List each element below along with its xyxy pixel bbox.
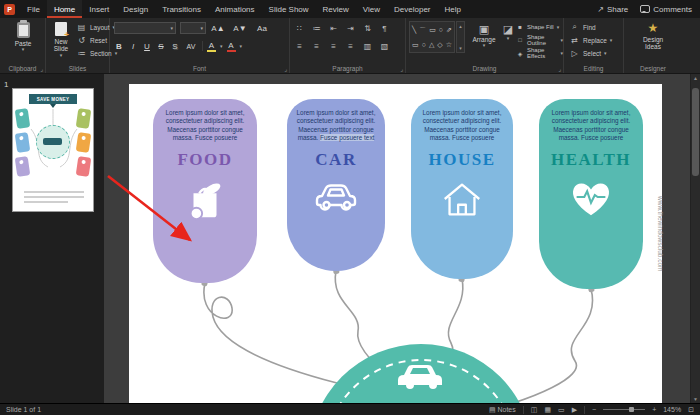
- clipboard-dialog-launcher[interactable]: ⌟: [40, 65, 43, 72]
- zoom-out-button[interactable]: −: [592, 406, 596, 413]
- scrollbar-thumb[interactable]: [692, 88, 699, 176]
- drawing-dialog-launcher[interactable]: ⌟: [558, 65, 561, 72]
- text-shadow-button[interactable]: S: [170, 42, 180, 51]
- slide-sorter-view-button[interactable]: ▦: [544, 406, 551, 414]
- italic-button[interactable]: I: [128, 42, 138, 51]
- tab-help[interactable]: Help: [438, 0, 468, 18]
- tab-transitions[interactable]: Transitions: [155, 0, 208, 18]
- comments-icon: [640, 5, 650, 13]
- font-name-combo[interactable]: ▾: [114, 22, 176, 34]
- grow-font-button[interactable]: A▲: [210, 24, 226, 33]
- slide-indicator[interactable]: Slide 1 of 1: [6, 406, 41, 413]
- zoom-slider[interactable]: [603, 409, 645, 410]
- tab-design[interactable]: Design: [116, 0, 155, 18]
- select-button[interactable]: ▷ Select▾: [569, 47, 607, 59]
- tab-animations[interactable]: Animations: [208, 0, 262, 18]
- shape-gallery[interactable]: ╲ ⌒ ▭ ○ ⇗ ▭ ○ △ ◇ ☆: [409, 21, 455, 53]
- smartart-icon[interactable]: ▧: [379, 42, 390, 51]
- comments-button[interactable]: Comments: [640, 5, 692, 14]
- shape-effects-button[interactable]: ◈ Shape Effects▾: [516, 47, 563, 59]
- shape-rectangle-icon[interactable]: ▭: [412, 41, 419, 49]
- fit-slide-button[interactable]: ⊡: [688, 406, 694, 414]
- shape-arc-icon[interactable]: ⌒: [419, 26, 426, 36]
- paragraph-dialog-launcher[interactable]: ⌟: [400, 65, 403, 72]
- share-button[interactable]: ↗ Share: [597, 5, 628, 14]
- font-dialog-launcher[interactable]: ⌟: [284, 65, 287, 72]
- shape-line-icon[interactable]: ╲: [412, 26, 416, 36]
- zoom-in-button[interactable]: +: [652, 406, 656, 413]
- tag-health[interactable]: Lorem ipsum dolor sit amet, consectetuer…: [539, 99, 643, 289]
- group-slides: New Slide▾ ▤ Layout▾ ↺ Reset ≔ Section▾ …: [46, 18, 110, 73]
- design-ideas-button[interactable]: ★ Design Ideas: [633, 22, 673, 51]
- shape-circle-icon[interactable]: ○: [422, 41, 426, 49]
- shrink-font-button[interactable]: A▼: [232, 24, 248, 33]
- reset-button[interactable]: ↺ Reset: [76, 34, 107, 46]
- tab-slideshow[interactable]: Slide Show: [262, 0, 316, 18]
- zoom-level[interactable]: 145%: [663, 406, 681, 413]
- new-slide-button[interactable]: New Slide▾: [47, 22, 75, 59]
- change-case-button[interactable]: Aa: [254, 24, 270, 33]
- tab-strip: P File Home Insert Design Transitions An…: [0, 0, 700, 18]
- thumbnail-tag-purple: [15, 156, 31, 177]
- columns-icon[interactable]: ▥: [362, 42, 373, 51]
- slide-1-thumbnail[interactable]: SAVE MONEY: [12, 88, 94, 212]
- shape-gallery-scroll[interactable]: ▴▾: [456, 21, 465, 53]
- paragraph-marks-icon[interactable]: ¶: [379, 24, 390, 33]
- section-icon: ≔: [76, 49, 87, 58]
- vertical-scrollbar[interactable]: ▲ ▼: [690, 74, 700, 403]
- font-size-combo[interactable]: ▾: [180, 22, 206, 34]
- decrease-indent-icon[interactable]: ⇤: [328, 24, 339, 33]
- replace-icon: ⇄: [569, 36, 580, 45]
- numbering-icon[interactable]: ≔: [311, 24, 322, 33]
- increase-indent-icon[interactable]: ⇥: [345, 24, 356, 33]
- arrange-icon: ▣: [479, 23, 490, 36]
- normal-view-button[interactable]: ◫: [531, 406, 538, 414]
- shape-arrow-icon[interactable]: ⇗: [446, 26, 452, 36]
- tag-food[interactable]: Lorem ipsum dolor sit amet, consectetuer…: [153, 99, 257, 283]
- find-button[interactable]: ⌕ Find: [569, 21, 596, 33]
- slide-canvas[interactable]: Lorem ipsum dolor sit amet, consectetuer…: [129, 84, 662, 403]
- notes-button[interactable]: ▤ Notes: [489, 406, 516, 414]
- line-spacing-icon[interactable]: ⇅: [362, 24, 373, 33]
- shape-outline-button[interactable]: □ Shape Outline▾: [516, 34, 563, 46]
- shape-star-icon[interactable]: ☆: [446, 41, 452, 49]
- align-center-icon[interactable]: ≡: [311, 42, 322, 51]
- paste-button[interactable]: Paste▾: [8, 22, 38, 53]
- shape-oval-icon[interactable]: ○: [439, 26, 443, 36]
- shopping-bag-icon: [182, 177, 228, 227]
- bold-button[interactable]: B: [114, 42, 124, 51]
- thumbnail-tag-coral: [76, 156, 92, 177]
- justify-icon[interactable]: ≡: [345, 42, 356, 51]
- select-icon: ▷: [569, 49, 580, 58]
- highlight-color-button[interactable]: A: [207, 41, 216, 52]
- underline-button[interactable]: U: [142, 42, 152, 51]
- tab-home[interactable]: Home: [47, 0, 82, 18]
- quick-styles-button[interactable]: ◪ ▾: [501, 23, 515, 41]
- slideshow-button[interactable]: ▶: [572, 406, 577, 414]
- tab-view[interactable]: View: [356, 0, 387, 18]
- align-right-icon[interactable]: ≡: [328, 42, 339, 51]
- tag-house-body: Lorem ipsum dolor sit amet, consectetuer…: [411, 109, 513, 143]
- tag-house[interactable]: Lorem ipsum dolor sit amet, consectetuer…: [411, 99, 513, 279]
- savings-circle: [309, 344, 533, 403]
- tag-car[interactable]: Lorem ipsum dolor sit amet, consectetuer…: [287, 99, 385, 271]
- font-color-button[interactable]: A: [227, 41, 236, 52]
- arrange-button[interactable]: ▣ Arrange▾: [468, 23, 500, 49]
- shape-fill-button[interactable]: ■ Shape Fill▾: [516, 21, 559, 33]
- reading-view-button[interactable]: ▭: [558, 406, 565, 414]
- shape-rect-icon[interactable]: ▭: [429, 26, 436, 36]
- bullets-icon[interactable]: ∷: [294, 24, 305, 33]
- shape-triangle-icon[interactable]: △: [429, 41, 434, 49]
- tab-file[interactable]: File: [20, 0, 47, 18]
- strikethrough-button[interactable]: S: [156, 42, 166, 51]
- tab-review[interactable]: Review: [316, 0, 356, 18]
- highlight-color-bar: [207, 50, 216, 52]
- zoom-slider-handle[interactable]: [629, 407, 634, 412]
- tab-insert[interactable]: Insert: [82, 0, 116, 18]
- font-color-bar: [227, 50, 236, 52]
- character-spacing-button[interactable]: AV: [184, 43, 198, 50]
- tab-developer[interactable]: Developer: [387, 0, 437, 18]
- align-left-icon[interactable]: ≡: [294, 42, 305, 51]
- shape-diamond-icon[interactable]: ◇: [437, 41, 442, 49]
- replace-button[interactable]: ⇄ Replace▾: [569, 34, 612, 46]
